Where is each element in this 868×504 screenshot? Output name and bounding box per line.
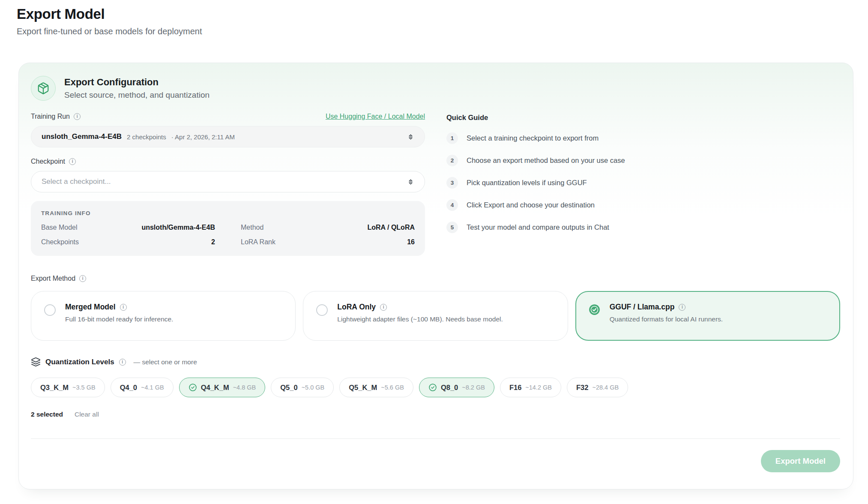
method-title: Merged Model [65, 303, 116, 312]
export-method-section: Export Method i Merged Model i Full 16-b… [19, 275, 853, 341]
method-description: Full 16-bit model ready for inference. [65, 315, 173, 323]
export-method-info-icon[interactable]: i [79, 275, 86, 282]
training-info-value: 16 [407, 238, 415, 246]
chip-size: ~4.8 GB [233, 384, 256, 391]
selected-count: 2 selected [31, 411, 63, 418]
export-method-label: Export Method [31, 275, 75, 282]
check-circle-icon [428, 383, 437, 392]
quick-guide-step: 3 Pick quantization levels if using GGUF [446, 177, 840, 189]
step-text: Select a training checkpoint to export f… [467, 134, 599, 142]
training-info-row: LoRA Rank 16 [241, 238, 415, 246]
card-footer: Export Model [31, 438, 840, 472]
chip-f32[interactable]: F32 ~28.4 GB [567, 378, 628, 397]
chip-size: ~28.4 GB [592, 384, 619, 391]
step-text: Pick quantization levels if using GGUF [467, 179, 587, 187]
method-info-icon[interactable]: i [679, 304, 685, 311]
training-run-select[interactable]: unsloth_Gemma-4-E4B 2 checkpoints · Apr … [31, 126, 425, 147]
step-number: 2 [446, 155, 458, 166]
method-title: LoRA Only [337, 303, 376, 312]
training-info-label: LoRA Rank [241, 238, 275, 246]
card-subtitle: Select source, method, and quantization [64, 90, 210, 100]
quantization-chips: Q3_K_M ~3.5 GB Q4_0 ~4.1 GB Q4_K_M ~4.8 … [31, 378, 840, 397]
quick-guide-title: Quick Guide [446, 114, 840, 122]
step-number: 5 [446, 222, 458, 233]
training-info-label: Method [241, 224, 263, 231]
layers-icon [31, 357, 41, 367]
chip-q4-k-m[interactable]: Q4_K_M ~4.8 GB [179, 378, 266, 397]
quick-guide-step: 1 Select a training checkpoint to export… [446, 132, 840, 144]
method-info-icon[interactable]: i [120, 304, 127, 311]
checkpoint-select[interactable]: Select a checkpoint... [31, 171, 425, 192]
chip-size: ~8.2 GB [462, 384, 485, 391]
method-card-merged-model[interactable]: Merged Model i Full 16-bit model ready f… [31, 291, 296, 341]
chip-name: F16 [509, 384, 521, 392]
export-model-button[interactable]: Export Model [761, 450, 840, 472]
chip-f16[interactable]: F16 ~14.2 GB [500, 378, 561, 397]
method-info-icon[interactable]: i [380, 304, 387, 311]
radio-unselected-icon [44, 304, 56, 316]
chip-name: Q5_K_M [349, 384, 377, 392]
quick-guide-step: 2 Choose an export method based on your … [446, 155, 840, 166]
chip-name: Q3_K_M [40, 384, 69, 392]
chip-size: ~5.0 GB [302, 384, 325, 391]
chip-size: ~5.6 GB [381, 384, 404, 391]
training-info-row: Method LoRA / QLoRA [241, 224, 415, 231]
chip-name: Q5_0 [280, 384, 297, 392]
method-card-lora-only[interactable]: LoRA Only i Lightweight adapter files (~… [303, 291, 568, 341]
training-info-row: Checkpoints 2 [41, 238, 215, 246]
training-info-value: unsloth/Gemma-4-E4B [141, 224, 215, 231]
quantization-hint: — select one or more [134, 358, 197, 366]
chip-q3-k-m[interactable]: Q3_K_M ~3.5 GB [31, 378, 105, 397]
step-text: Choose an export method based on your us… [467, 156, 625, 165]
card-header: Export Configuration Select source, meth… [19, 63, 853, 101]
clear-all-button[interactable]: Clear all [75, 411, 99, 418]
step-number: 3 [446, 177, 458, 189]
chevrons-up-down-icon [407, 133, 414, 141]
chip-q5-k-m[interactable]: Q5_K_M ~5.6 GB [339, 378, 413, 397]
chip-size: ~3.5 GB [72, 384, 96, 391]
chip-q4-0[interactable]: Q4_0 ~4.1 GB [111, 378, 174, 397]
package-icon [31, 76, 56, 101]
training-run-date: · Apr 2, 2026, 2:11 AM [171, 133, 235, 141]
card-title: Export Configuration [64, 77, 210, 88]
chip-q8-0[interactable]: Q8_0 ~8.2 GB [419, 378, 494, 397]
chip-name: Q4_0 [120, 384, 137, 392]
checkpoint-placeholder: Select a checkpoint... [42, 177, 111, 186]
source-column: Training Run i Use Hugging Face / Local … [31, 113, 425, 256]
quick-guide-step: 4 Click Export and choose your destinati… [446, 199, 840, 211]
training-info-value: 2 [211, 238, 215, 246]
radio-unselected-icon [316, 304, 328, 316]
quick-guide-step: 5 Test your model and compare outputs in… [446, 222, 840, 233]
training-info-value: LoRA / QLoRA [368, 224, 415, 231]
page-header: Export Model Export fine-tuned or base m… [0, 0, 868, 36]
use-huggingface-local-link[interactable]: Use Hugging Face / Local Model [326, 113, 425, 120]
training-info-label: Base Model [41, 224, 78, 231]
method-card-gguf-llamacpp[interactable]: GGUF / Llama.cpp i Quantized formats for… [575, 291, 840, 341]
chip-name: Q4_K_M [201, 384, 229, 392]
step-text: Click Export and choose your destination [467, 201, 595, 209]
checkpoint-label: Checkpoint [31, 158, 65, 165]
method-description: Lightweight adapter files (~100 MB). Nee… [337, 315, 503, 323]
training-run-checkpoint-count: 2 checkpoints [127, 133, 166, 141]
chip-q5-0[interactable]: Q5_0 ~5.0 GB [271, 378, 334, 397]
chip-size: ~14.2 GB [525, 384, 552, 391]
chip-name: Q8_0 [441, 384, 458, 392]
card-header-text: Export Configuration Select source, meth… [64, 77, 210, 100]
quantization-label: Quantization Levels [45, 358, 114, 366]
training-info-row: Base Model unsloth/Gemma-4-E4B [41, 224, 215, 231]
training-run-info-icon[interactable]: i [74, 113, 81, 120]
quantization-section: Quantization Levels i — select one or mo… [19, 357, 853, 418]
check-circle-icon [589, 304, 600, 317]
chevrons-up-down-icon [407, 178, 414, 186]
method-title: GGUF / Llama.cpp [610, 303, 675, 312]
quantization-info-icon[interactable]: i [119, 359, 126, 366]
step-number: 4 [446, 199, 458, 211]
training-run-value: unsloth_Gemma-4-E4B [42, 132, 122, 141]
checkpoint-info-icon[interactable]: i [69, 158, 76, 165]
chip-name: F32 [576, 384, 588, 392]
page-title: Export Model [17, 6, 868, 22]
check-circle-icon [189, 383, 197, 392]
step-text: Test your model and compare outputs in C… [467, 223, 609, 231]
page-subtitle: Export fine-tuned or base models for dep… [17, 27, 868, 36]
quick-guide: Quick Guide 1 Select a training checkpoi… [446, 113, 840, 256]
